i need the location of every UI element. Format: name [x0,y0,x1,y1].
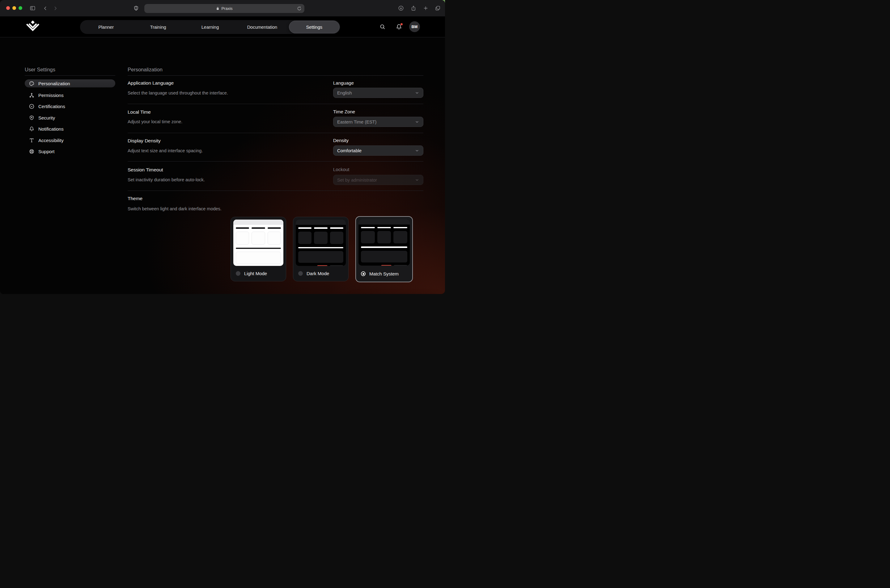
tab-overview-icon[interactable] [434,0,440,16]
badge-check-icon [29,104,34,109]
new-tab-icon[interactable] [423,0,428,16]
palette-icon [29,81,34,86]
control-label: Lockout [333,167,350,172]
theme-option-label: Match System [369,271,398,276]
url-text: Praxis [221,6,232,11]
lock-icon [216,6,219,10]
timezone-select[interactable]: Eastern Time (EST) [333,117,423,127]
control-label: Time Zone [333,109,355,114]
main-divider [128,75,423,76]
bell-icon [29,126,34,132]
sidebar-item-label: Personalization [38,81,70,86]
setting-description: Switch between light and dark interface … [128,206,222,211]
density-select[interactable]: Comfortable [333,146,423,156]
privacy-shield-icon[interactable] [133,0,139,16]
chevron-down-icon [415,178,419,182]
search-icon[interactable] [379,16,386,37]
sidebar-item-notifications[interactable]: Notifications [25,125,115,133]
zoom-window-button[interactable] [18,6,22,10]
sidebar-item-label: Support [38,149,55,154]
notification-dot [400,23,403,26]
row-divider [128,190,423,191]
setting-description: Adjust text size and interface spacing. [128,148,203,153]
minimize-window-button[interactable] [12,6,16,10]
control-label: Density [333,138,349,143]
browser-window: Praxis [0,0,445,294]
setting-title: Application Language [128,80,174,86]
sidebar-item-permissions[interactable]: Permissions [25,91,115,99]
radio-unchecked[interactable] [298,271,303,276]
page-body: User Settings Personalization Permission… [0,37,445,294]
setting-description: Set inactivity duration before auto-lock… [128,177,205,182]
chevron-down-icon [415,120,419,124]
theme-preview-light [233,220,283,266]
downloads-icon[interactable] [398,0,404,16]
setting-title: Session Timeout [128,167,163,172]
setting-description: Adjust your local time zone. [128,119,182,124]
close-window-button[interactable] [6,6,10,10]
nav-tab-learning[interactable]: Learning [184,20,236,34]
sidebar-divider [25,75,115,76]
language-select[interactable]: English [333,88,423,98]
theme-option-dark[interactable]: Dark Mode [293,217,349,281]
sidebar-item-label: Permissions [38,93,64,98]
row-divider [128,161,423,162]
notifications-bell-icon[interactable] [396,16,445,37]
type-icon [29,138,34,143]
row-divider [128,104,423,104]
theme-options: Light Mode [230,216,428,282]
nav-tab-settings[interactable]: Settings [289,21,340,33]
app-content: Planner Training Learning Documentation … [0,16,445,294]
hierarchy-icon [29,93,34,98]
sidebar-item-label: Notifications [38,126,64,132]
theme-option-light[interactable]: Light Mode [230,217,286,281]
app-navbar: Planner Training Learning Documentation … [0,16,445,38]
nav-tab-planner[interactable]: Planner [80,20,132,34]
browser-titlebar: Praxis [0,0,445,16]
forward-button[interactable] [53,0,58,16]
theme-option-match-system[interactable]: Match System [355,216,413,282]
sidebar-item-accessibility[interactable]: Accessibility [25,136,115,144]
sidebar-heading: User Settings [25,67,115,73]
page-title: Personalization [128,67,162,73]
radio-unchecked[interactable] [236,271,241,276]
sidebar-item-support[interactable]: Support [25,147,115,155]
sidebar-toggle-icon[interactable] [29,0,36,16]
theme-option-label: Dark Mode [307,271,329,276]
control-label: Language [333,80,354,86]
chevron-down-icon [415,90,419,95]
row-divider [128,133,423,133]
nav-tab-documentation[interactable]: Documentation [236,20,288,34]
user-avatar[interactable]: BM [409,21,420,32]
setting-title: Local Time [128,110,151,115]
primary-navigation: Planner Training Learning Documentation … [80,20,340,34]
sidebar-item-label: Accessibility [38,138,64,143]
theme-preview-match-system [358,219,410,266]
sidebar-item-security[interactable]: Security [25,114,115,122]
chevron-down-icon [415,148,419,153]
lockout-select: Set by administrator [333,175,423,185]
sidebar-item-label: Certifications [38,104,65,109]
reload-icon[interactable] [297,6,302,12]
sidebar-item-certifications[interactable]: Certifications [25,102,115,110]
lifebuoy-icon [29,149,34,154]
share-icon[interactable] [410,0,416,16]
praxis-logo-icon[interactable] [26,20,40,34]
nav-tab-training[interactable]: Training [132,20,184,34]
theme-option-label: Light Mode [244,271,267,276]
sidebar-item-label: Security [38,115,55,120]
theme-preview-dark [296,220,346,266]
shield-lock-icon [29,115,34,120]
setting-title: Theme [128,196,143,201]
setting-description: Select the language used throughout the … [128,90,228,95]
radio-checked[interactable] [361,272,365,276]
address-bar[interactable]: Praxis [144,4,304,13]
setting-title: Display Density [128,138,161,144]
sidebar-item-personalization[interactable]: Personalization [25,80,115,87]
back-button[interactable] [43,0,48,16]
